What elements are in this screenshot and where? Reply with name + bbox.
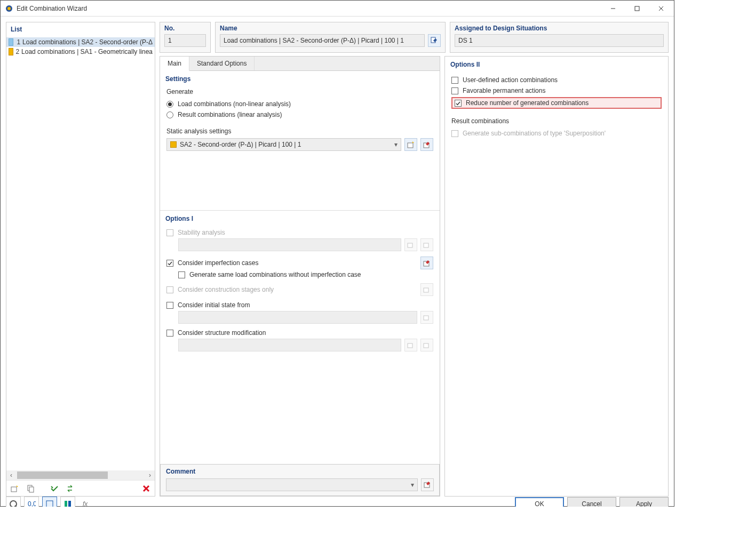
options2-panel: Options II User-defined action combinati… [444, 56, 669, 497]
tab-main[interactable]: Main [160, 57, 189, 71]
window-title: Edit Combination Wizard [17, 5, 601, 12]
struct-mod-checkbox-row[interactable]: Consider structure modification [166, 329, 433, 337]
comment-dropdown[interactable]: ▾ [166, 478, 418, 491]
generate-label: Generate [166, 88, 433, 95]
construction-edit-button [420, 283, 433, 296]
close-button[interactable] [649, 1, 673, 16]
tab-standard-options[interactable]: Standard Options [189, 57, 255, 70]
radio-result-combinations[interactable]: Result combinations (linear analysis) [166, 109, 433, 120]
svg-rect-6 [11, 487, 17, 492]
assigned-label: Assigned to Design Situations [455, 25, 664, 32]
check-button[interactable] [48, 482, 61, 495]
maximize-button[interactable] [625, 1, 649, 16]
stability-edit-button [420, 238, 433, 251]
svg-rect-25 [46, 501, 53, 507]
user-defined-checkbox-row[interactable]: User-defined action combinations [451, 75, 662, 85]
sort-button[interactable] [60, 497, 75, 507]
result-comb-label: Result combinations [451, 117, 662, 125]
struct-mod-new-button [404, 339, 417, 351]
item-number: 1 [15, 38, 20, 46]
list-toolbar [6, 480, 155, 496]
sas-edit-button[interactable] [420, 138, 433, 151]
imperfection-checkbox-row[interactable]: Consider imperfection cases [166, 257, 433, 269]
item-color-swatch [9, 48, 13, 55]
svg-rect-26 [65, 501, 67, 507]
favorable-checkbox-row[interactable]: Favorable permanent actions [451, 85, 662, 96]
svg-rect-3 [635, 6, 639, 11]
svg-rect-18 [424, 316, 428, 320]
list-container[interactable]: 1 Load combinations | SA2 - Second-order… [6, 37, 155, 470]
scroll-thumb[interactable] [17, 471, 108, 479]
assigned-input[interactable]: DS 1 [455, 34, 664, 47]
item-text: Load combinations | SA2 - Second-order (… [22, 38, 153, 46]
apply-button[interactable]: Apply [619, 497, 669, 507]
list-horizontal-scrollbar[interactable]: ‹ › [6, 470, 155, 480]
comment-edit-button[interactable] [421, 478, 434, 491]
tab-strip: Main Standard Options [160, 57, 440, 71]
ok-button[interactable]: OK [515, 497, 564, 507]
svg-rect-8 [29, 487, 34, 492]
checkbox-icon [166, 302, 173, 309]
sas-color-swatch [170, 141, 177, 148]
content-area: List 1 Load combinations | SA2 - Second-… [1, 17, 674, 497]
main-tab-panel: Main Standard Options Settings Generate [160, 56, 440, 497]
comment-title: Comment [166, 468, 434, 475]
dialog-window: Edit Combination Wizard List 1 Load comb… [0, 0, 674, 507]
options1-title: Options I [160, 211, 440, 226]
app-icon [5, 4, 13, 13]
help-button[interactable] [6, 497, 21, 507]
no-field-block: No. 1 [160, 22, 211, 53]
reduce-checkbox-row[interactable]: Reduce number of generated combinations [451, 97, 662, 109]
imperfection-edit-button[interactable] [420, 257, 433, 269]
radio-load-combinations[interactable]: Load combinations (non-linear analysis) [166, 99, 433, 109]
svg-point-1 [7, 7, 11, 10]
minimize-button[interactable] [601, 1, 625, 16]
scroll-left-arrow[interactable]: ‹ [6, 471, 16, 479]
initial-state-edit-button [420, 311, 433, 324]
sas-dropdown[interactable]: SA2 - Second-order (P-Δ) | Picard | 100 … [166, 138, 401, 151]
list-panel: List 1 Load combinations | SA2 - Second-… [6, 22, 155, 497]
options2-title: Options II [445, 57, 668, 71]
svg-text:0,00: 0,00 [28, 500, 36, 507]
radio-icon [166, 101, 173, 108]
new-item-button[interactable] [9, 482, 21, 495]
initial-state-field [178, 311, 417, 324]
svg-rect-20 [424, 343, 428, 348]
copy-item-button[interactable] [25, 482, 37, 495]
no-label: No. [164, 25, 206, 32]
edit-name-button[interactable] [428, 34, 441, 47]
checkbox-icon [166, 330, 173, 337]
list-item[interactable]: 2 Load combinations | SA1 - Geometricall… [6, 47, 155, 57]
stability-checkbox-row: Stability analysis [166, 229, 433, 236]
item-number: 2 [15, 48, 20, 55]
radio-icon [166, 111, 173, 118]
svg-rect-12 [408, 143, 413, 148]
no-input[interactable]: 1 [164, 34, 206, 47]
units-button[interactable]: 0,00 [24, 497, 39, 507]
view-button[interactable] [42, 497, 57, 507]
sas-new-button[interactable] [404, 138, 417, 151]
stability-new-button [404, 238, 417, 251]
name-input[interactable]: Load combinations | SA2 - Second-order (… [220, 34, 425, 47]
scroll-right-arrow[interactable]: › [145, 471, 155, 479]
cancel-button[interactable]: Cancel [567, 497, 616, 507]
initial-state-checkbox-row[interactable]: Consider initial state from [166, 301, 433, 309]
svg-text:fx: fx [83, 500, 88, 507]
checkbox-icon [451, 130, 458, 137]
construction-stages-row: Consider construction stages only [166, 283, 433, 296]
list-item[interactable]: 1 Load combinations | SA2 - Second-order… [6, 37, 155, 47]
name-label: Name [220, 25, 441, 32]
svg-rect-27 [68, 501, 71, 507]
checkbox-icon [455, 100, 462, 107]
sub-comb-checkbox-row: Generate sub-combinations of type 'Super… [451, 128, 662, 139]
checkbox-icon [451, 87, 458, 94]
list-header: List [6, 22, 155, 37]
gen-same-checkbox-row[interactable]: Generate same load combinations without … [166, 269, 433, 280]
swap-button[interactable] [64, 482, 77, 495]
checkbox-icon [178, 271, 185, 278]
function-button[interactable]: fx [78, 497, 93, 507]
svg-rect-15 [424, 243, 428, 247]
checkbox-icon [166, 286, 173, 293]
chevron-down-icon: ▾ [394, 141, 398, 148]
delete-item-button[interactable] [140, 482, 153, 495]
